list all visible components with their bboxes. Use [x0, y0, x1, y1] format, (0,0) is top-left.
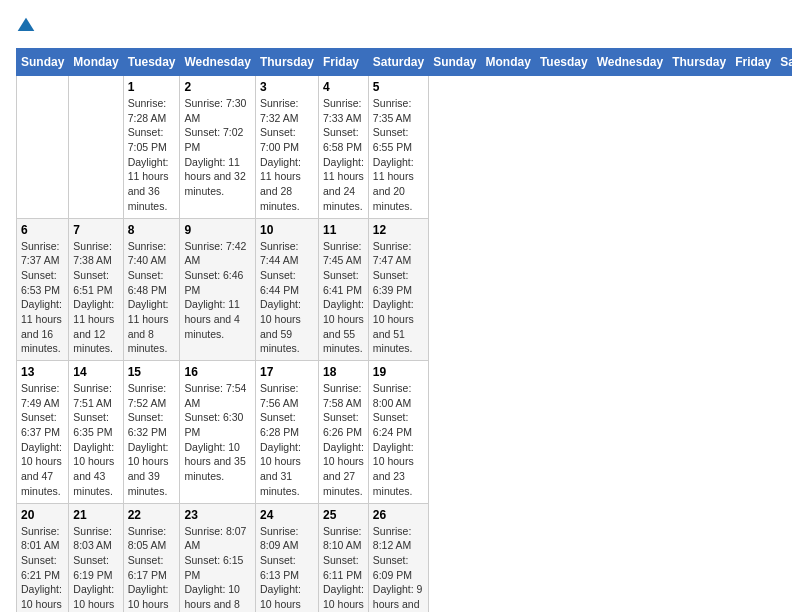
day-number: 22: [128, 508, 176, 522]
day-info: Sunrise: 7:33 AMSunset: 6:58 PMDaylight:…: [323, 96, 364, 214]
calendar-cell: 14Sunrise: 7:51 AMSunset: 6:35 PMDayligh…: [69, 361, 123, 504]
calendar-cell: 16Sunrise: 7:54 AMSunset: 6:30 PMDayligh…: [180, 361, 255, 504]
calendar-week-row: 20Sunrise: 8:01 AMSunset: 6:21 PMDayligh…: [17, 503, 793, 612]
calendar-cell: 19Sunrise: 8:00 AMSunset: 6:24 PMDayligh…: [368, 361, 428, 504]
calendar-cell: 15Sunrise: 7:52 AMSunset: 6:32 PMDayligh…: [123, 361, 180, 504]
day-number: 20: [21, 508, 64, 522]
day-number: 25: [323, 508, 364, 522]
day-info: Sunrise: 8:00 AMSunset: 6:24 PMDaylight:…: [373, 381, 424, 499]
day-info: Sunrise: 7:54 AMSunset: 6:30 PMDaylight:…: [184, 381, 250, 484]
day-info: Sunrise: 7:58 AMSunset: 6:26 PMDaylight:…: [323, 381, 364, 499]
calendar-cell: 4Sunrise: 7:33 AMSunset: 6:58 PMDaylight…: [318, 76, 368, 219]
day-number: 19: [373, 365, 424, 379]
calendar-cell: 10Sunrise: 7:44 AMSunset: 6:44 PMDayligh…: [255, 218, 318, 361]
day-of-week-header: Thursday: [255, 49, 318, 76]
day-of-week-header: Monday: [481, 49, 535, 76]
day-of-week-header: Tuesday: [123, 49, 180, 76]
calendar-cell: 12Sunrise: 7:47 AMSunset: 6:39 PMDayligh…: [368, 218, 428, 361]
calendar-cell: 9Sunrise: 7:42 AMSunset: 6:46 PMDaylight…: [180, 218, 255, 361]
calendar-cell: 8Sunrise: 7:40 AMSunset: 6:48 PMDaylight…: [123, 218, 180, 361]
calendar-cell: 24Sunrise: 8:09 AMSunset: 6:13 PMDayligh…: [255, 503, 318, 612]
calendar-cell: 26Sunrise: 8:12 AMSunset: 6:09 PMDayligh…: [368, 503, 428, 612]
day-info: Sunrise: 7:42 AMSunset: 6:46 PMDaylight:…: [184, 239, 250, 342]
day-number: 18: [323, 365, 364, 379]
day-number: 7: [73, 223, 118, 237]
calendar-cell: 18Sunrise: 7:58 AMSunset: 6:26 PMDayligh…: [318, 361, 368, 504]
day-info: Sunrise: 8:09 AMSunset: 6:13 PMDaylight:…: [260, 524, 314, 613]
day-info: Sunrise: 7:38 AMSunset: 6:51 PMDaylight:…: [73, 239, 118, 357]
day-number: 23: [184, 508, 250, 522]
day-number: 9: [184, 223, 250, 237]
calendar-cell: 1Sunrise: 7:28 AMSunset: 7:05 PMDaylight…: [123, 76, 180, 219]
day-number: 5: [373, 80, 424, 94]
calendar-cell: [17, 76, 69, 219]
day-number: 14: [73, 365, 118, 379]
svg-marker-0: [18, 18, 35, 31]
calendar-cell: 20Sunrise: 8:01 AMSunset: 6:21 PMDayligh…: [17, 503, 69, 612]
day-of-week-header: Sunday: [17, 49, 69, 76]
day-info: Sunrise: 7:49 AMSunset: 6:37 PMDaylight:…: [21, 381, 64, 499]
day-of-week-header: Wednesday: [592, 49, 667, 76]
day-info: Sunrise: 8:05 AMSunset: 6:17 PMDaylight:…: [128, 524, 176, 613]
day-number: 10: [260, 223, 314, 237]
calendar-cell: 11Sunrise: 7:45 AMSunset: 6:41 PMDayligh…: [318, 218, 368, 361]
calendar-table: SundayMondayTuesdayWednesdayThursdayFrid…: [16, 48, 792, 612]
day-number: 17: [260, 365, 314, 379]
calendar-header-row: SundayMondayTuesdayWednesdayThursdayFrid…: [17, 49, 793, 76]
calendar-week-row: 6Sunrise: 7:37 AMSunset: 6:53 PMDaylight…: [17, 218, 793, 361]
day-info: Sunrise: 7:30 AMSunset: 7:02 PMDaylight:…: [184, 96, 250, 199]
day-number: 12: [373, 223, 424, 237]
calendar-cell: 7Sunrise: 7:38 AMSunset: 6:51 PMDaylight…: [69, 218, 123, 361]
day-info: Sunrise: 7:56 AMSunset: 6:28 PMDaylight:…: [260, 381, 314, 499]
day-of-week-header: Saturday: [776, 49, 792, 76]
day-number: 4: [323, 80, 364, 94]
calendar-cell: 3Sunrise: 7:32 AMSunset: 7:00 PMDaylight…: [255, 76, 318, 219]
day-of-week-header: Sunday: [429, 49, 481, 76]
day-info: Sunrise: 7:37 AMSunset: 6:53 PMDaylight:…: [21, 239, 64, 357]
page-header: [16, 16, 776, 36]
calendar-cell: 17Sunrise: 7:56 AMSunset: 6:28 PMDayligh…: [255, 361, 318, 504]
day-number: 15: [128, 365, 176, 379]
calendar-cell: 22Sunrise: 8:05 AMSunset: 6:17 PMDayligh…: [123, 503, 180, 612]
day-of-week-header: Friday: [318, 49, 368, 76]
day-number: 6: [21, 223, 64, 237]
calendar-week-row: 13Sunrise: 7:49 AMSunset: 6:37 PMDayligh…: [17, 361, 793, 504]
day-of-week-header: Friday: [731, 49, 776, 76]
day-info: Sunrise: 7:40 AMSunset: 6:48 PMDaylight:…: [128, 239, 176, 357]
day-info: Sunrise: 7:47 AMSunset: 6:39 PMDaylight:…: [373, 239, 424, 357]
day-number: 11: [323, 223, 364, 237]
calendar-cell: 5Sunrise: 7:35 AMSunset: 6:55 PMDaylight…: [368, 76, 428, 219]
day-of-week-header: Tuesday: [535, 49, 592, 76]
day-number: 13: [21, 365, 64, 379]
day-info: Sunrise: 7:51 AMSunset: 6:35 PMDaylight:…: [73, 381, 118, 499]
logo: [16, 16, 40, 36]
day-number: 21: [73, 508, 118, 522]
day-number: 8: [128, 223, 176, 237]
day-info: Sunrise: 7:44 AMSunset: 6:44 PMDaylight:…: [260, 239, 314, 357]
calendar-cell: 2Sunrise: 7:30 AMSunset: 7:02 PMDaylight…: [180, 76, 255, 219]
day-of-week-header: Wednesday: [180, 49, 255, 76]
day-number: 24: [260, 508, 314, 522]
day-of-week-header: Monday: [69, 49, 123, 76]
day-info: Sunrise: 7:52 AMSunset: 6:32 PMDaylight:…: [128, 381, 176, 499]
day-info: Sunrise: 7:28 AMSunset: 7:05 PMDaylight:…: [128, 96, 176, 214]
day-number: 2: [184, 80, 250, 94]
day-info: Sunrise: 7:45 AMSunset: 6:41 PMDaylight:…: [323, 239, 364, 357]
day-number: 1: [128, 80, 176, 94]
day-of-week-header: Saturday: [368, 49, 428, 76]
calendar-cell: 6Sunrise: 7:37 AMSunset: 6:53 PMDaylight…: [17, 218, 69, 361]
day-number: 26: [373, 508, 424, 522]
day-info: Sunrise: 7:32 AMSunset: 7:00 PMDaylight:…: [260, 96, 314, 214]
day-info: Sunrise: 8:01 AMSunset: 6:21 PMDaylight:…: [21, 524, 64, 613]
day-of-week-header: Thursday: [668, 49, 731, 76]
day-info: Sunrise: 7:35 AMSunset: 6:55 PMDaylight:…: [373, 96, 424, 214]
calendar-week-row: 1Sunrise: 7:28 AMSunset: 7:05 PMDaylight…: [17, 76, 793, 219]
day-info: Sunrise: 8:03 AMSunset: 6:19 PMDaylight:…: [73, 524, 118, 613]
day-info: Sunrise: 8:07 AMSunset: 6:15 PMDaylight:…: [184, 524, 250, 613]
day-info: Sunrise: 8:12 AMSunset: 6:09 PMDaylight:…: [373, 524, 424, 613]
day-number: 16: [184, 365, 250, 379]
day-info: Sunrise: 8:10 AMSunset: 6:11 PMDaylight:…: [323, 524, 364, 613]
day-number: 3: [260, 80, 314, 94]
calendar-cell: 13Sunrise: 7:49 AMSunset: 6:37 PMDayligh…: [17, 361, 69, 504]
calendar-cell: 23Sunrise: 8:07 AMSunset: 6:15 PMDayligh…: [180, 503, 255, 612]
